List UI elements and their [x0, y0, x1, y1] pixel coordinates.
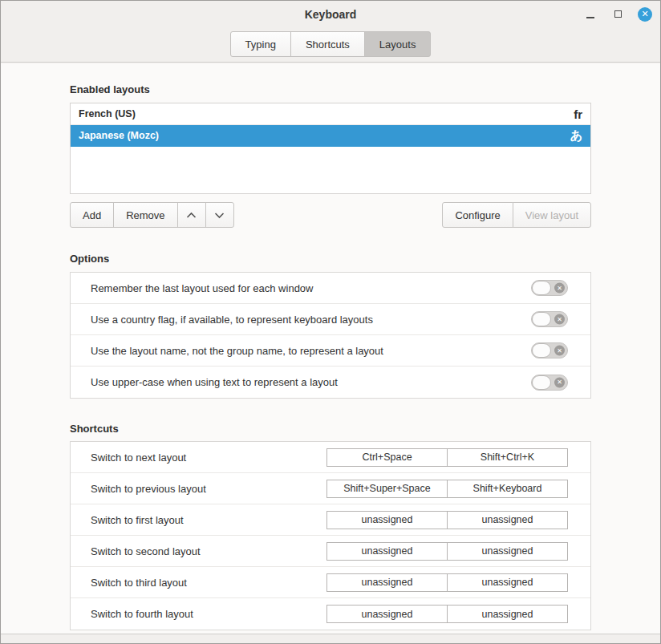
shortcut-row-third-layout: Switch to third layout unassigned unassi…: [71, 567, 590, 598]
binding-cell-1[interactable]: unassigned: [326, 605, 448, 623]
chevron-up-icon: [186, 212, 197, 219]
binding-cells: unassigned unassigned: [326, 511, 568, 529]
move-layout-up-button[interactable]: [177, 202, 206, 228]
binding-cell-2[interactable]: unassigned: [447, 573, 568, 592]
window-controls: ✕: [583, 1, 652, 27]
content-area: Enabled layouts French (US) fr Japanese …: [1, 63, 660, 634]
option-row-upper-case: Use upper-case when using text to repres…: [71, 367, 590, 398]
toggle-off-icon: ✕: [554, 377, 565, 387]
minimize-button[interactable]: [583, 7, 598, 22]
maximize-button[interactable]: [610, 7, 625, 22]
binding-cell-1[interactable]: unassigned: [326, 542, 448, 561]
toggle-off-icon: ✕: [554, 314, 565, 325]
shortcut-row-first-layout: Switch to first layout unassigned unassi…: [71, 504, 590, 536]
window-bottom-edge: [1, 634, 660, 643]
toggle-layout-name[interactable]: ✕: [531, 342, 568, 358]
remove-layout-button[interactable]: Remove: [113, 202, 177, 228]
option-label: Use the layout name, not the group name,…: [91, 345, 531, 357]
toggle-knob: [532, 375, 551, 390]
layout-indicator-badge: fr: [574, 107, 582, 121]
titlebar[interactable]: Keyboard ✕: [1, 1, 660, 27]
binding-cell-1[interactable]: unassigned: [326, 511, 448, 529]
shortcut-label: Switch to next layout: [91, 452, 326, 464]
enabled-layouts-list: French (US) fr Japanese (Mozc) あ: [70, 103, 591, 194]
view-layout-button[interactable]: View layout: [513, 202, 591, 228]
tab-bar: Typing Shortcuts Layouts: [1, 31, 660, 57]
shortcuts-table: Switch to next layout Ctrl+Space Shift+C…: [70, 441, 591, 630]
layout-edit-buttons: Add Remove: [70, 202, 234, 228]
binding-cell-1[interactable]: Ctrl+Space: [326, 448, 448, 467]
binding-cell-2[interactable]: Shift+Ctrl+K: [447, 448, 568, 467]
binding-cells: Shift+Super+Space Shift+Keyboard: [326, 480, 568, 498]
layout-row-japanese[interactable]: Japanese (Mozc) あ: [71, 125, 590, 147]
binding-cell-2[interactable]: unassigned: [447, 605, 568, 623]
binding-cells: unassigned unassigned: [326, 605, 568, 623]
shortcut-row-previous-layout: Switch to previous layout Shift+Super+Sp…: [71, 473, 590, 504]
option-row-layout-name: Use the layout name, not the group name,…: [71, 335, 590, 367]
binding-cell-1[interactable]: Shift+Super+Space: [326, 480, 448, 498]
tab-layouts[interactable]: Layouts: [364, 31, 432, 57]
option-row-country-flag: Use a country flag, if available, to rep…: [71, 304, 590, 335]
option-label: Use upper-case when using text to repres…: [91, 376, 531, 388]
add-layout-button[interactable]: Add: [70, 202, 114, 228]
toggle-off-icon: ✕: [554, 346, 565, 356]
move-layout-down-button[interactable]: [205, 202, 234, 228]
window-title: Keyboard: [1, 8, 660, 21]
layout-name: Japanese (Mozc): [79, 130, 570, 141]
enabled-layouts-heading: Enabled layouts: [70, 83, 591, 95]
maximize-icon: [614, 10, 622, 18]
binding-cell-1[interactable]: unassigned: [326, 573, 448, 592]
toggle-knob: [532, 281, 551, 295]
layout-indicator-badge: あ: [570, 128, 582, 144]
shortcut-label: Switch to first layout: [91, 514, 326, 526]
toggle-country-flag[interactable]: ✕: [531, 311, 568, 327]
binding-cell-2[interactable]: Shift+Keyboard: [447, 480, 568, 498]
minimize-icon: [586, 17, 594, 18]
binding-cell-2[interactable]: unassigned: [447, 511, 568, 529]
layout-name: French (US): [79, 108, 574, 119]
binding-cells: unassigned unassigned: [326, 573, 568, 592]
configure-button[interactable]: Configure: [442, 202, 513, 228]
shortcut-label: Switch to third layout: [91, 577, 326, 589]
layout-config-buttons: Configure View layout: [442, 202, 591, 228]
binding-cells: Ctrl+Space Shift+Ctrl+K: [326, 448, 568, 467]
toggle-off-icon: ✕: [554, 283, 565, 294]
toggle-knob: [532, 343, 551, 358]
shortcut-row-fourth-layout: Switch to fourth layout unassigned unass…: [71, 598, 590, 630]
option-label: Use a country flag, if available, to rep…: [91, 314, 531, 326]
shortcut-row-second-layout: Switch to second layout unassigned unass…: [71, 536, 590, 567]
shortcuts-heading: Shortcuts: [70, 423, 591, 435]
close-icon: ✕: [638, 7, 652, 22]
options-heading: Options: [70, 253, 591, 265]
tab-typing[interactable]: Typing: [230, 31, 291, 57]
shortcut-row-next-layout: Switch to next layout Ctrl+Space Shift+C…: [71, 442, 590, 473]
chevron-down-icon: [214, 212, 225, 219]
options-list: Remember the last layout used for each w…: [70, 272, 591, 399]
shortcut-label: Switch to second layout: [91, 545, 326, 557]
toggle-knob: [532, 312, 551, 326]
binding-cells: unassigned unassigned: [326, 542, 568, 561]
binding-cell-2[interactable]: unassigned: [447, 542, 568, 561]
toggle-upper-case[interactable]: ✕: [531, 375, 568, 391]
tab-shortcuts[interactable]: Shortcuts: [290, 31, 365, 57]
option-row-remember-layout: Remember the last layout used for each w…: [71, 273, 590, 304]
toggle-remember-layout[interactable]: ✕: [531, 280, 568, 296]
layout-row-french[interactable]: French (US) fr: [71, 103, 590, 125]
layout-actions: Add Remove Configure View layout: [70, 202, 591, 228]
window-header: Keyboard ✕ Typing Shortcuts Layouts: [1, 1, 660, 63]
option-label: Remember the last layout used for each w…: [91, 282, 531, 294]
shortcut-label: Switch to fourth layout: [91, 608, 326, 620]
close-button[interactable]: ✕: [638, 7, 652, 22]
shortcut-label: Switch to previous layout: [91, 483, 326, 495]
